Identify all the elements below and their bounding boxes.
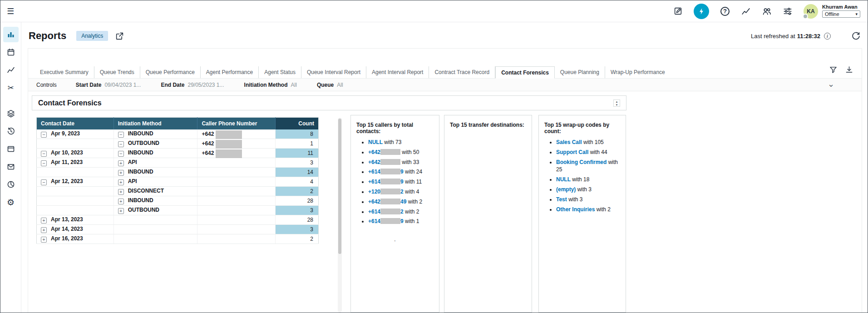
cell-caller-phone: +642 — [197, 129, 276, 139]
collapse-toggle-icon[interactable]: − — [118, 132, 124, 138]
wrapup-item: Test with 3 — [556, 196, 620, 204]
caller-link[interactable]: +120 — [368, 189, 380, 195]
control-end-date[interactable]: End Date29/05/2023 1... — [161, 82, 224, 88]
redaction-box — [380, 159, 400, 165]
section-title: Contact Forensics — [38, 99, 102, 107]
caller-link-suffix[interactable]: 2 — [400, 189, 404, 195]
tab-executive-summary[interactable]: Executive Summary — [35, 66, 94, 78]
wrapup-link[interactable]: Test — [556, 196, 567, 203]
sidebar-item-line-chart[interactable] — [3, 62, 19, 78]
controls-collapse-chevron-icon[interactable] — [828, 81, 834, 88]
sidebar-item-scissors[interactable] — [3, 80, 19, 95]
tab-queue-trends[interactable]: Queue Trends — [94, 66, 140, 78]
question-icon[interactable] — [720, 6, 730, 16]
caller-link[interactable]: +614 — [368, 169, 380, 175]
analytics-badge: Analytics — [76, 31, 108, 41]
caller-link[interactable]: +642 — [368, 159, 380, 165]
table-row: +DISCONNECT2 — [37, 187, 319, 196]
cell-contact-date: +Apr 14, 2023 — [37, 225, 114, 234]
hamburger-menu-icon[interactable] — [7, 6, 14, 16]
sidebar-item-history[interactable] — [3, 124, 19, 139]
topbar: KA Khurram Awan Offline — [0, 0, 868, 22]
collapse-toggle-icon[interactable]: − — [118, 151, 124, 157]
download-icon[interactable] — [844, 65, 853, 74]
sidebar-item-envelope[interactable] — [3, 159, 19, 174]
cell-count: 4 — [276, 177, 319, 187]
external-link-icon[interactable] — [115, 32, 124, 40]
cell-caller-phone: +642 — [197, 149, 276, 158]
collapse-toggle-icon[interactable]: − — [118, 141, 124, 147]
sidebar-item-layers[interactable] — [3, 106, 19, 121]
sidebar-item-gear[interactable] — [3, 194, 19, 210]
wrapup-link[interactable]: Support Call — [556, 149, 588, 155]
filter-icon[interactable] — [829, 65, 838, 74]
expand-toggle-icon[interactable]: + — [118, 208, 124, 214]
info-icon[interactable] — [824, 33, 831, 40]
wrapup-link[interactable]: Sales Call — [556, 139, 582, 145]
wrapup-link[interactable]: Other Inquiries — [556, 206, 595, 213]
wrapup-link[interactable]: NULL — [556, 176, 571, 183]
control-initiation-method[interactable]: Initiation MethodAll — [244, 82, 297, 88]
caller-item: +6142 with 2 — [368, 208, 434, 216]
expand-toggle-icon[interactable]: + — [118, 179, 124, 185]
expand-toggle-icon[interactable]: + — [118, 170, 124, 176]
caller-link-suffix[interactable]: 9 — [400, 179, 404, 185]
wrapup-link[interactable]: (empty) — [556, 186, 576, 193]
collapse-toggle-icon[interactable]: − — [41, 151, 47, 157]
users-icon[interactable] — [762, 6, 772, 16]
collapse-toggle-icon[interactable]: − — [41, 179, 47, 185]
tab-agent-status[interactable]: Agent Status — [259, 66, 301, 78]
date-text: Apr 9, 2023 — [51, 130, 80, 137]
expand-toggle-icon[interactable]: + — [118, 160, 124, 166]
caller-link[interactable]: NULL — [368, 139, 383, 145]
sidebar-item-bar-chart[interactable] — [3, 27, 19, 42]
tab-agent-interval-report[interactable]: Agent Interval Report — [366, 66, 429, 78]
sidebar-item-window[interactable] — [3, 141, 19, 157]
cell-caller-phone — [197, 215, 276, 225]
caller-link-suffix[interactable]: 9 — [400, 169, 404, 175]
expand-toggle-icon[interactable]: + — [118, 189, 124, 195]
lightning-icon[interactable] — [694, 4, 709, 19]
refresh-icon[interactable] — [852, 32, 860, 40]
caller-link[interactable]: +642 — [368, 199, 380, 205]
tab-contract-trace-record[interactable]: Contract Trace Record — [429, 66, 495, 78]
control-start-date[interactable]: Start Date09/04/2023 1... — [76, 82, 141, 88]
caller-link[interactable]: +614 — [368, 209, 380, 215]
tab-queue-planning[interactable]: Queue Planning — [555, 66, 605, 78]
expand-toggle-icon[interactable]: + — [41, 227, 47, 233]
date-text: Apr 13, 2023 — [51, 216, 83, 223]
caller-link-suffix[interactable]: 9 — [400, 218, 404, 224]
last-refreshed-label: Last refreshed at — [751, 33, 795, 40]
redaction-box — [380, 199, 400, 204]
sidebar-item-calendar[interactable] — [3, 45, 19, 60]
collapse-toggle-icon[interactable]: − — [41, 160, 47, 166]
cell-initiation-method: +INBOUND — [113, 196, 197, 206]
tab-queue-performance[interactable]: Queue Performance — [140, 66, 201, 78]
section-spinner[interactable] — [613, 99, 620, 107]
avatar[interactable]: KA — [804, 4, 818, 19]
sidebar-item-pie-chart[interactable] — [3, 177, 19, 192]
expand-toggle-icon[interactable]: + — [41, 237, 47, 243]
cell-caller-phone — [197, 158, 276, 168]
status-dropdown[interactable]: Offline — [822, 10, 860, 18]
tab-agent-performance[interactable]: Agent Performance — [201, 66, 259, 78]
sliders-icon[interactable] — [783, 6, 793, 16]
note-icon[interactable] — [673, 6, 683, 16]
tab-contact-forensics[interactable]: Contact Forensics — [495, 66, 555, 79]
caller-link[interactable]: +614 — [368, 179, 380, 185]
control-queue[interactable]: QueueAll — [317, 82, 343, 88]
redaction-box — [380, 179, 400, 184]
caller-link-suffix[interactable]: 2 — [400, 209, 404, 215]
caller-link[interactable]: +614 — [368, 218, 380, 224]
caller-link[interactable]: +642 — [368, 149, 380, 155]
caller-item: +642 with 50 — [368, 149, 434, 156]
scrollbar-thumb[interactable] — [338, 119, 341, 254]
wrapup-link[interactable]: Booking Confirmed — [556, 159, 607, 165]
tab-wrap-up-performance[interactable]: Wrap-Up Performance — [605, 66, 671, 78]
tab-queue-interval-report[interactable]: Queue Interval Report — [301, 66, 366, 78]
expand-toggle-icon[interactable]: + — [41, 218, 47, 224]
expand-toggle-icon[interactable]: + — [118, 199, 124, 204]
collapse-toggle-icon[interactable]: − — [41, 132, 47, 138]
caller-link-suffix[interactable]: 49 — [400, 199, 406, 205]
line-chart-icon[interactable] — [741, 6, 751, 16]
